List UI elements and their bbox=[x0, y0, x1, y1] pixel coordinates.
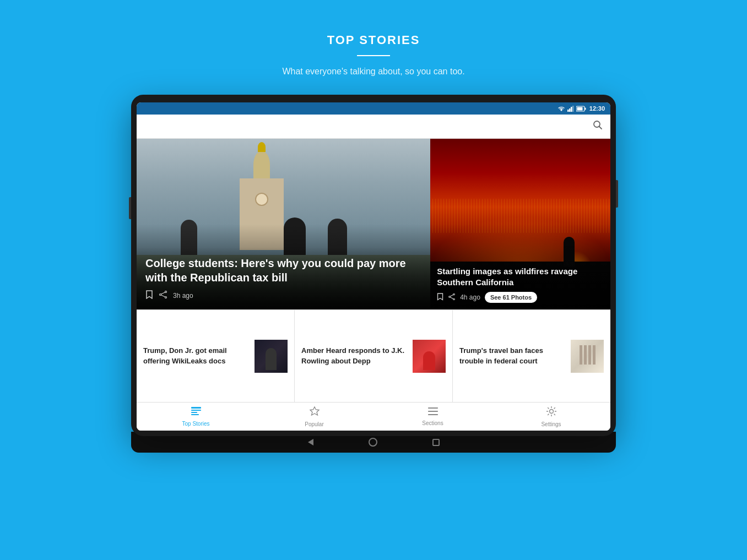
settings-label: Settings bbox=[541, 421, 561, 427]
hero-secondary-meta: 4h ago See 61 Photos bbox=[437, 292, 604, 303]
bottom-nav: Top Stories Popular bbox=[137, 402, 610, 431]
see-photos-button[interactable]: See 61 Photos bbox=[485, 292, 537, 303]
hero-section: College students: Here's why you could p… bbox=[137, 139, 610, 309]
page-title: TOP STORIES bbox=[142, 33, 605, 47]
nav-item-top-stories[interactable]: Top Stories bbox=[137, 403, 255, 431]
secondary-bookmark-icon[interactable] bbox=[437, 293, 443, 302]
news-thumb-1 bbox=[255, 340, 288, 373]
news-item-2[interactable]: Amber Heard responds to J.K. Rowling abo… bbox=[295, 310, 453, 402]
popular-label: Popular bbox=[305, 421, 323, 427]
settings-icon bbox=[546, 406, 557, 420]
svg-rect-1 bbox=[567, 110, 569, 112]
popular-icon bbox=[309, 406, 320, 420]
hero-main-overlay: College students: Here's why you could p… bbox=[137, 247, 430, 309]
svg-rect-21 bbox=[191, 410, 201, 411]
nav-item-popular[interactable]: Popular bbox=[255, 403, 374, 431]
page-background: TOP STORIES What everyone's talking abou… bbox=[131, 0, 616, 453]
search-icon[interactable] bbox=[593, 120, 603, 133]
tablet-screen: 12:30 bbox=[137, 102, 610, 431]
secondary-share-icon[interactable] bbox=[448, 293, 456, 302]
home-button[interactable] bbox=[369, 438, 377, 447]
svg-line-18 bbox=[450, 295, 453, 296]
hero-main-time: 3h ago bbox=[173, 292, 193, 300]
top-stories-icon bbox=[191, 406, 202, 419]
hero-secondary-card[interactable]: Startling images as wildfires ravage Sou… bbox=[430, 139, 610, 309]
svg-rect-25 bbox=[428, 407, 438, 409]
share-icon[interactable] bbox=[159, 291, 167, 300]
hero-main-meta: 3h ago bbox=[145, 290, 421, 301]
status-bar: 12:30 bbox=[137, 102, 610, 115]
hero-secondary-title: Startling images as wildfires ravage Sou… bbox=[437, 266, 604, 287]
news-item-3[interactable]: Trump's travel ban faces trouble in fede… bbox=[453, 310, 610, 402]
svg-line-19 bbox=[450, 297, 453, 299]
status-time: 12:30 bbox=[589, 105, 605, 112]
tablet-side-button-left bbox=[129, 197, 131, 219]
svg-rect-23 bbox=[191, 414, 199, 415]
svg-rect-6 bbox=[584, 107, 586, 110]
svg-rect-22 bbox=[191, 412, 197, 413]
back-button[interactable] bbox=[308, 439, 313, 445]
svg-point-11 bbox=[165, 297, 167, 298]
battery-icon bbox=[576, 106, 586, 112]
svg-line-13 bbox=[161, 292, 165, 294]
tablet-device: 12:30 bbox=[131, 95, 616, 436]
svg-rect-20 bbox=[191, 407, 201, 409]
tablet-side-button-right bbox=[616, 180, 618, 208]
svg-line-9 bbox=[599, 127, 602, 129]
svg-point-10 bbox=[165, 291, 167, 293]
hero-main-card[interactable]: College students: Here's why you could p… bbox=[137, 139, 430, 309]
nav-item-settings[interactable]: Settings bbox=[492, 403, 610, 431]
hero-main-title: College students: Here's why you could p… bbox=[145, 256, 421, 285]
news-thumb-2 bbox=[413, 340, 446, 373]
wifi-icon bbox=[557, 106, 565, 112]
bookmark-icon[interactable] bbox=[145, 290, 153, 301]
page-header: TOP STORIES What everyone's talking abou… bbox=[131, 0, 616, 95]
sections-label: Sections bbox=[422, 420, 443, 426]
svg-rect-2 bbox=[569, 108, 571, 112]
svg-line-14 bbox=[161, 295, 165, 297]
recents-button[interactable] bbox=[432, 439, 440, 446]
nav-item-sections[interactable]: Sections bbox=[374, 403, 492, 431]
svg-point-15 bbox=[453, 293, 455, 295]
svg-rect-4 bbox=[572, 106, 574, 112]
header-divider bbox=[357, 55, 390, 56]
svg-rect-3 bbox=[571, 107, 572, 112]
news-item-2-text: Amber Heard responds to J.K. Rowling abo… bbox=[301, 346, 407, 366]
news-item-3-text: Trump's travel ban faces trouble in fede… bbox=[459, 346, 565, 366]
svg-point-12 bbox=[160, 294, 161, 296]
svg-point-16 bbox=[453, 298, 455, 300]
page-subtitle: What everyone's talking about, so you ca… bbox=[142, 65, 605, 78]
news-item-1[interactable]: Trump, Don Jr. got email offering WikiLe… bbox=[137, 310, 295, 402]
svg-rect-27 bbox=[428, 414, 438, 415]
svg-rect-26 bbox=[428, 411, 438, 412]
svg-marker-24 bbox=[310, 407, 319, 415]
hero-secondary-time: 4h ago bbox=[460, 293, 480, 301]
svg-rect-7 bbox=[577, 107, 582, 110]
sections-icon bbox=[427, 407, 439, 418]
svg-marker-0 bbox=[560, 108, 562, 111]
top-stories-label: Top Stories bbox=[182, 421, 209, 427]
news-item-1-text: Trump, Don Jr. got email offering WikiLe… bbox=[143, 346, 249, 366]
status-icons bbox=[557, 106, 586, 112]
news-thumb-3 bbox=[571, 340, 604, 373]
news-list: Trump, Don Jr. got email offering WikiLe… bbox=[137, 309, 610, 402]
signal-icon bbox=[567, 106, 574, 112]
svg-point-17 bbox=[449, 296, 451, 298]
hero-secondary-overlay: Startling images as wildfires ravage Sou… bbox=[430, 259, 610, 309]
app-bar bbox=[137, 115, 610, 139]
svg-point-28 bbox=[549, 410, 553, 414]
